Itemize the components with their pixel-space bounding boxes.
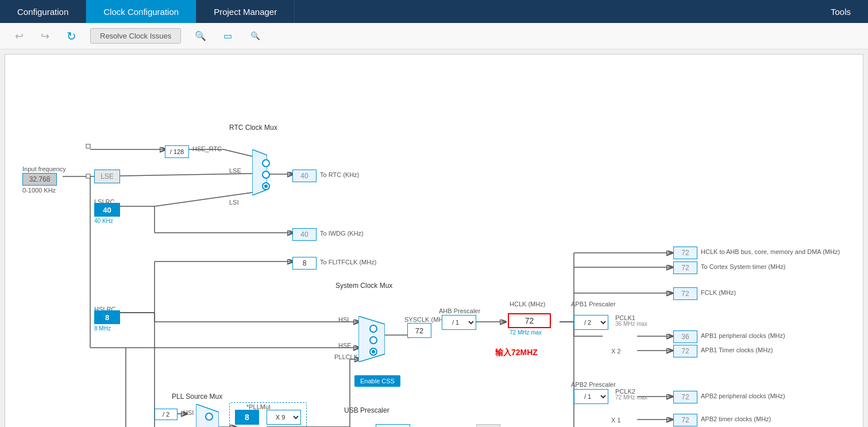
hclk-box: 72 [508,313,551,328]
apb2-div-select[interactable]: / 1 [574,389,608,404]
menu-clock-configuration[interactable]: Clock Configuration [86,0,196,23]
refresh-button[interactable]: ↻ [63,27,80,45]
to-flitfclk-label: To FLITFCLK (MHz) [320,259,376,266]
rtc-mux-radio-1[interactable] [262,171,270,179]
hclk-label: HCLK (MHz) [510,301,545,307]
svg-rect-58 [86,174,90,178]
menu-configuration[interactable]: Configuration [0,0,86,23]
fclk-box: 72 [673,287,697,300]
hclk-max-label: 72 MHz max [510,329,542,336]
usb-div-select[interactable]: / 1 [376,424,410,427]
menu-tools[interactable]: Tools [813,0,868,23]
zoom-in-button[interactable]: 🔍 [191,28,210,44]
apb2-timer-mul: X 1 [611,417,621,424]
apb1-div-select[interactable]: / 2 [574,315,608,330]
lse-value-box: 32.768 [22,173,57,186]
sys-mux-radio-0[interactable] [369,325,377,333]
fit-button[interactable]: ▭ [220,28,236,44]
svg-rect-57 [86,144,90,148]
apb1-timer-mul: X 2 [611,348,621,355]
lse-wire-label: LSE [229,167,241,174]
iwdg-box: 40 [292,228,317,241]
enable-css-button[interactable]: Enable CSS [354,375,400,387]
ahb-prescaler-label: AHB Prescaler [439,307,480,314]
hsi-value-box: 8 [94,310,120,324]
pll-box-outline [229,402,307,427]
pclk2-max-label: 72 MHz max [615,394,647,401]
lse-block: LSE [94,170,120,183]
pll-src-mux-title: PLL Source Mux [172,393,222,401]
pll-hsi-label: HSI [183,409,194,416]
rtc-mux-radio-0[interactable] [262,159,270,167]
zoom-out-button[interactable]: 🔍 [248,29,263,43]
menu-bar: Configuration Clock Configuration Projec… [0,0,868,23]
to-rtc-label: To RTC (KHz) [320,171,359,178]
wires-layer [5,55,863,427]
rtc-mux-title: RTC Clock Mux [229,124,277,132]
apb2-peri-label: APB2 peripheral clocks (MHz) [701,393,785,399]
cortex-timer-label: To Cortex System timer (MHz) [701,263,785,270]
apb2-timer-label: APB2 timer clocks (MHz) [701,416,771,422]
undo-button[interactable]: ↩ [11,28,27,45]
pll-hsi-div2-box: / 2 [155,409,178,420]
sys-clk-mux-title: System Clock Mux [335,282,392,290]
hclk-ahb-box: 72 [673,247,697,259]
rtc-mux-radio-2[interactable] [262,182,270,190]
redo-button[interactable]: ↪ [37,28,53,45]
svg-line-6 [223,149,252,156]
apb1-peri-box: 36 [673,330,697,343]
lsi-khz-label: 40 KHz [94,218,113,224]
sys-mux-radio-2[interactable] [369,348,377,356]
apb2-peri-box: 72 [673,391,697,403]
pll-mux-radio-0[interactable] [205,413,213,421]
pllclk-label: PLLCLK [334,353,358,360]
canvas-area: Input frequency 32.768 0-1000 KHz LSE LS… [5,54,863,427]
apb1-timer-label: APB1 Timer clocks (MHz) [701,347,773,353]
hse-sys-label: HSE [338,342,352,349]
to-iwdg-label: To IWDG (KHz) [320,230,364,237]
hse-div128-box: / 128 [165,145,189,158]
sys-mux-radio-1[interactable] [369,336,377,344]
hsi-mhz-label: 8 MHz [94,325,111,332]
apb2-timer-box: 72 [673,414,697,426]
lsi-value-box: 40 [94,203,120,217]
pclk1-max-label: 36 MHz max [615,321,647,327]
ahb-div-option[interactable]: / 1 [442,318,476,326]
apb2-div-option[interactable]: / 1 [574,393,608,401]
usb-prescaler-label: USB Prescaler [344,406,389,414]
rtc-output-box: 40 [292,170,317,182]
resolve-clock-issues-button[interactable]: Resolve Clock Issues [90,28,181,44]
apb1-div-option[interactable]: / 2 [574,318,608,326]
sysclk-box: 72 [407,323,431,338]
hse-rtc-label: HSE_RTC [192,145,222,152]
hclk-ahb-label: HCLK to AHB bus, core, memory and DMA (M… [701,248,840,255]
fclk-label: FCLK (MHz) [701,289,736,296]
apb1-timer-box: 72 [673,345,697,357]
menu-project-manager[interactable]: Project Manager [196,0,295,23]
hsi-sys-label: HSI [338,316,349,323]
apb2-prescaler-label: APB2 Prescaler [571,381,616,388]
hclk-annotation: 输入72MHZ [495,348,538,358]
flitfclk-box: 8 [292,257,317,270]
apb1-peri-label: APB1 peripheral clocks (MHz) [701,332,785,339]
usb-value-box: 72 [476,424,500,427]
toolbar: ↩ ↪ ↻ Resolve Clock Issues 🔍 ▭ 🔍 [0,23,868,49]
ahb-div-select[interactable]: / 1 [442,315,476,330]
apb1-prescaler-label: APB1 Prescaler [571,301,616,307]
lse-range-label: 0-1000 KHz [22,187,56,194]
input-freq-lse-label: Input frequency [22,166,66,172]
cortex-timer-box: 72 [673,261,697,274]
lsi-wire-label: LSI [229,199,239,206]
